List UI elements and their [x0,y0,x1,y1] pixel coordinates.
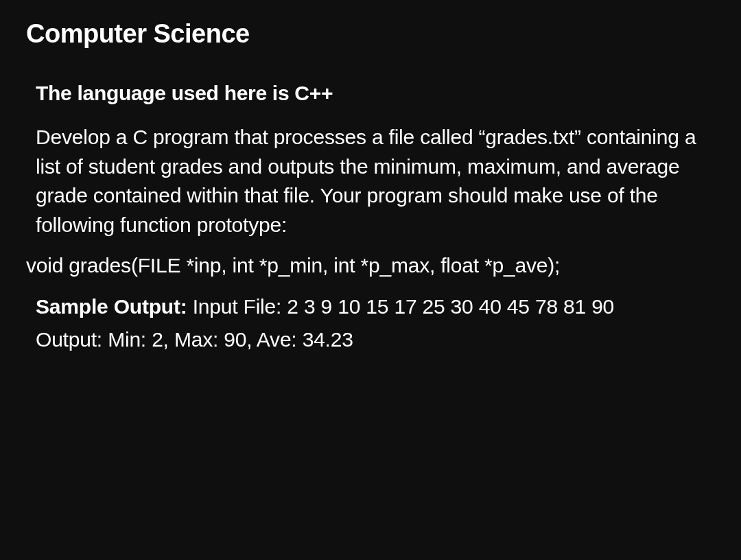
function-prototype: void grades(FILE *inp, int *p_min, int *… [26,252,715,280]
sample-output-label: Sample Output: [36,295,193,318]
language-note: The language used here is C++ [36,82,715,105]
sample-input-line: Sample Output: Input File: 2 3 9 10 15 1… [36,292,715,322]
sample-input-text: Input File: 2 3 9 10 15 17 25 30 40 45 7… [193,295,614,318]
sample-output-line: Output: Min: 2, Max: 90, Ave: 34.23 [36,325,715,355]
content-body: The language used here is C++ Develop a … [26,82,715,355]
page-title: Computer Science [26,19,715,49]
problem-description: Develop a C program that processes a fil… [36,123,715,240]
sample-output-block: Sample Output: Input File: 2 3 9 10 15 1… [36,292,715,355]
